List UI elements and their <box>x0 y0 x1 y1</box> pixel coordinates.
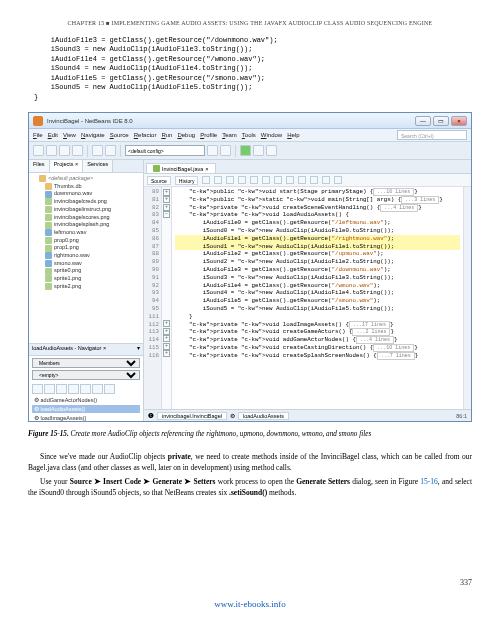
toolbar-icon[interactable] <box>250 176 258 184</box>
filter-icon[interactable] <box>56 384 67 394</box>
new-project-icon[interactable] <box>46 145 57 156</box>
close-button[interactable]: × <box>451 116 467 126</box>
code-line[interactable]: iSound2 = "c-kw">new AudioClip(iAudioFil… <box>175 258 460 266</box>
toolbar-icon[interactable] <box>322 176 330 184</box>
filter-icon[interactable] <box>32 384 43 394</box>
tab-files[interactable]: Files <box>29 160 50 172</box>
profile-icon[interactable] <box>266 145 277 156</box>
menu-team[interactable]: Team <box>222 132 237 138</box>
tab-projects[interactable]: Projects × <box>50 160 84 172</box>
tree-item[interactable]: invincibagelcreds.png <box>31 198 141 206</box>
code-line[interactable]: iSound0 = "c-kw">new AudioClip(iAudioFil… <box>175 227 460 235</box>
open-icon[interactable] <box>59 145 70 156</box>
code-line[interactable]: iAudioFile0 = getClass().getResource("/l… <box>175 219 460 227</box>
tree-item[interactable]: leftmono.wav <box>31 229 141 237</box>
filter-icon[interactable] <box>80 384 91 394</box>
menu-window[interactable]: Window <box>261 132 282 138</box>
toolbar-icon[interactable] <box>238 176 246 184</box>
editor-tab[interactable]: InvinciBagel.java × <box>146 163 216 173</box>
code-line[interactable]: iAudioFile3 = getClass().getResource("/d… <box>175 266 460 274</box>
code-line[interactable]: "c-kw">private "c-kw">void createSplashS… <box>175 352 460 360</box>
fold-collapsed-icon[interactable]: + <box>163 196 170 203</box>
code-lines[interactable]: "c-kw">public "c-kw">void start(Stage pr… <box>172 187 463 409</box>
menu-refactor[interactable]: Refactor <box>134 132 157 138</box>
tree-item[interactable]: sprite1.png <box>31 275 141 283</box>
code-line[interactable]: "c-kw">private "c-kw">void createSceneEv… <box>175 204 460 212</box>
breadcrumb-class[interactable]: invincibagel.InvinciBagel <box>157 412 227 420</box>
tree-item[interactable]: invincibagelsplash.png <box>31 221 141 229</box>
menu-source[interactable]: Source <box>110 132 129 138</box>
undo-icon[interactable] <box>92 145 103 156</box>
code-line[interactable]: } <box>175 313 460 321</box>
fold-collapsed-icon[interactable]: + <box>163 343 170 350</box>
fold-collapsed-icon[interactable]: + <box>163 328 170 335</box>
tree-item[interactable]: sprite2.png <box>31 283 141 291</box>
code-line[interactable]: "c-kw">private "c-kw">void loadAudioAsse… <box>175 211 460 219</box>
navigator-method[interactable]: ⚙ loadAudioAssets() <box>32 405 140 413</box>
navigator-method[interactable]: ⚙ loadImageAssets() <box>32 414 140 422</box>
panel-menu-icon[interactable]: ▾ <box>137 345 140 354</box>
breadcrumb-method[interactable]: loadAudioAssets <box>238 412 289 420</box>
filter-icon[interactable] <box>44 384 55 394</box>
fold-collapsed-icon[interactable]: + <box>163 189 170 196</box>
overview-ruler[interactable] <box>463 187 471 409</box>
toolbar-icon[interactable] <box>274 176 282 184</box>
tab-services[interactable]: Services <box>83 160 113 172</box>
tree-item[interactable]: prop1.png <box>31 244 141 252</box>
code-line[interactable]: iSound5 = "c-kw">new AudioClip(iAudioFil… <box>175 305 460 313</box>
menu-profile[interactable]: Profile <box>200 132 217 138</box>
toolbar-icon[interactable] <box>202 176 210 184</box>
code-line[interactable]: "c-kw">private "c-kw">void addGameActorN… <box>175 336 460 344</box>
filter-icon[interactable] <box>92 384 103 394</box>
fold-gutter[interactable]: +++−+++++ <box>162 187 172 409</box>
code-line[interactable]: "c-kw">private "c-kw">void loadImageAsse… <box>175 321 460 329</box>
toolbar-icon[interactable] <box>262 176 270 184</box>
code-line[interactable]: iAudioFile5 = getClass().getResource("/s… <box>175 297 460 305</box>
close-tab-icon[interactable]: × <box>205 166 208 172</box>
redo-icon[interactable] <box>105 145 116 156</box>
tree-item[interactable]: Thumbs.db <box>31 183 141 191</box>
tree-item[interactable]: prop0.png <box>31 237 141 245</box>
members-dropdown[interactable]: Members <box>32 358 140 368</box>
code-line[interactable]: iAudioFile4 = getClass().getResource("/w… <box>175 282 460 290</box>
minimize-button[interactable]: — <box>415 116 431 126</box>
fold-collapsed-icon[interactable]: + <box>163 335 170 342</box>
tree-item[interactable]: rightmono.wav <box>31 252 141 260</box>
menu-run[interactable]: Run <box>161 132 172 138</box>
tree-package[interactable]: <default package> <box>31 175 141 183</box>
config-dropdown[interactable]: <default config> <box>125 145 205 156</box>
toolbar-icon[interactable] <box>310 176 318 184</box>
maximize-button[interactable]: ▭ <box>433 116 449 126</box>
search-input[interactable]: Search (Ctrl+I) <box>397 130 467 140</box>
run-icon[interactable] <box>240 145 251 156</box>
menu-tools[interactable]: Tools <box>242 132 256 138</box>
empty-dropdown[interactable]: <empty> <box>32 370 140 380</box>
menu-navigate[interactable]: Navigate <box>81 132 105 138</box>
code-line[interactable]: iAudioFile1 = getClass().getResource("/r… <box>175 235 460 243</box>
code-line[interactable]: iSound1 = "c-kw">new AudioClip(iAudioFil… <box>175 243 460 251</box>
toolbar-icon[interactable] <box>334 176 342 184</box>
code-line[interactable]: "c-kw">private "c-kw">void createGameAct… <box>175 328 460 336</box>
filter-icon[interactable] <box>68 384 79 394</box>
code-line[interactable]: "c-kw">public "c-kw">void start(Stage pr… <box>175 188 460 196</box>
code-line[interactable]: "c-kw">public "c-kw">static "c-kw">void … <box>175 196 460 204</box>
code-line[interactable]: iAudioFile2 = getClass().getResource("/u… <box>175 250 460 258</box>
code-line[interactable]: iSound3 = "c-kw">new AudioClip(iAudioFil… <box>175 274 460 282</box>
toolbar-icon[interactable] <box>226 176 234 184</box>
tree-item[interactable]: downmono.wav <box>31 190 141 198</box>
tree-item[interactable]: invincibagelinstruct.png <box>31 206 141 214</box>
code-area[interactable]: 8081828384858687888990919293949511111211… <box>144 187 471 409</box>
toolbar-icon[interactable] <box>298 176 306 184</box>
filter-icon[interactable] <box>104 384 115 394</box>
tree-item[interactable]: smono.wav <box>31 260 141 268</box>
fold-collapsed-icon[interactable]: + <box>163 204 170 211</box>
fold-collapsed-icon[interactable]: + <box>163 320 170 327</box>
source-button[interactable]: Source <box>147 176 171 185</box>
menu-edit[interactable]: Edit <box>48 132 58 138</box>
menu-view[interactable]: View <box>63 132 76 138</box>
menu-help[interactable]: Help <box>287 132 299 138</box>
menu-items[interactable]: File Edit View Navigate Source Refactor … <box>33 132 300 138</box>
debug-icon[interactable] <box>253 145 264 156</box>
project-tree[interactable]: <default package> Thumbs.dbdownmono.wavi… <box>29 173 143 343</box>
tree-item[interactable]: invincibagelscores.png <box>31 214 141 222</box>
